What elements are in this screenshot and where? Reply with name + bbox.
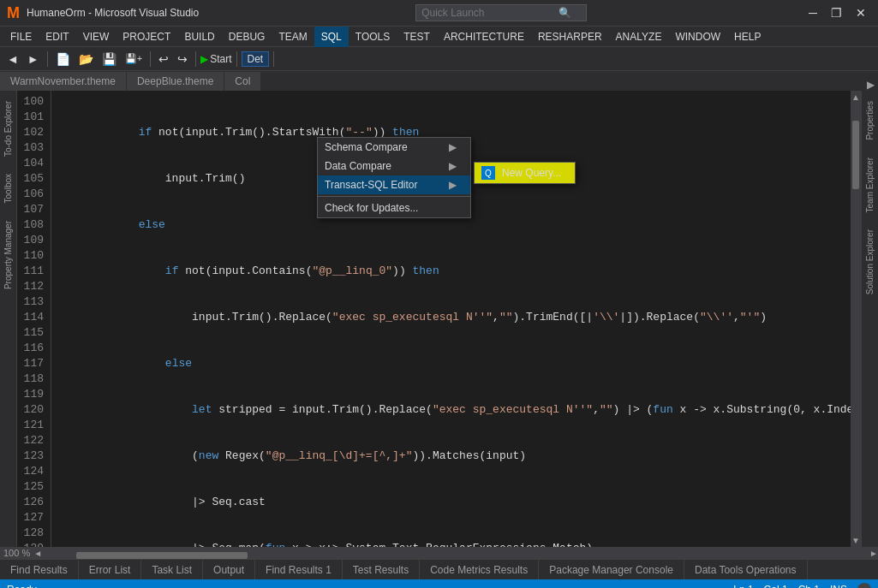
menu-item-analyze[interactable]: ANALYZE: [609, 27, 669, 47]
menu-item-view[interactable]: VIEW: [76, 27, 116, 47]
status-bar: Ready Ln 1 Col 1 Ch 1 INS: [0, 579, 878, 588]
title-bar: M HumaneOrm - Microsoft Visual Studio 🔍 …: [0, 0, 878, 26]
bottom-tab-test-results[interactable]: Test Results: [343, 560, 420, 580]
debug-button[interactable]: Det: [242, 51, 270, 67]
save-all-button[interactable]: 💾+: [122, 49, 146, 69]
menu-item-test[interactable]: TEST: [397, 27, 437, 47]
menu-item-team[interactable]: TEAM: [272, 27, 314, 47]
menu-item-architecture[interactable]: ARCHITECTURE: [437, 27, 531, 47]
transact-sql-arrow: ▶: [449, 179, 457, 191]
bottom-tab-find-results[interactable]: Find Results: [0, 560, 79, 580]
scroll-up-arrow[interactable]: ▲: [850, 91, 862, 104]
tab-col[interactable]: Col: [224, 72, 261, 91]
scroll-down-arrow[interactable]: ▼: [850, 534, 862, 547]
menu-item-help[interactable]: HELP: [727, 27, 768, 47]
forward-button[interactable]: ►: [24, 49, 43, 69]
h-scrollbar-row: 100 % ◄ ►: [0, 547, 878, 559]
new-query-item[interactable]: Q New Query...: [475, 163, 575, 183]
sidebar-tab-properties[interactable]: Properties: [863, 94, 876, 147]
tab-deepblue[interactable]: DeepBlue.theme: [127, 72, 224, 91]
vertical-scrollbar[interactable]: ▲ ▼: [851, 91, 861, 547]
bottom-tab-output[interactable]: Output: [203, 560, 255, 580]
menu-item-window[interactable]: WINDOW: [668, 27, 727, 47]
close-button[interactable]: ✕: [851, 6, 871, 20]
tab-bar: WarmNovember.theme DeepBlue.theme Col ▶: [0, 70, 878, 91]
status-ch: Ch 1: [798, 584, 820, 588]
sql-dropdown-menu: Schema Compare ▶ Data Compare ▶ Transact…: [317, 137, 471, 218]
transact-sql-label: Transact-SQL Editor: [325, 179, 417, 191]
transact-sql-submenu: Q New Query...: [474, 162, 576, 184]
window-controls: ─ ❐ ✕: [803, 6, 871, 20]
main-layout: To-do Explorer Toolbox Property Manager …: [0, 91, 878, 547]
quick-launch-input[interactable]: [421, 7, 558, 19]
menu-item-build[interactable]: BUILD: [177, 27, 221, 47]
bottom-tabs: Find Results Error List Task List Output…: [0, 559, 878, 579]
sidebar-tab-toolbox[interactable]: Toolbox: [2, 167, 15, 210]
title-bar-left: M HumaneOrm - Microsoft Visual Studio: [7, 4, 199, 22]
tab-warmnovember[interactable]: WarmNovember.theme: [0, 72, 127, 91]
right-sidebar: Properties Team Explorer Solution Explor…: [861, 91, 878, 547]
tab-scroll-right[interactable]: ▶: [863, 79, 878, 91]
status-ready: Ready: [7, 584, 37, 588]
bottom-tab-task-list[interactable]: Task List: [141, 560, 203, 580]
new-file-button[interactable]: 📄: [52, 49, 74, 69]
bottom-tab-data-tools[interactable]: Data Tools Operations: [684, 560, 808, 580]
status-indicator: [857, 583, 871, 588]
status-ins: INS: [830, 584, 847, 588]
line-numbers: 100101102103104 105106107108109 11011111…: [17, 91, 51, 547]
status-line: Ln 1: [733, 584, 753, 588]
undo-button[interactable]: ↩: [155, 49, 172, 69]
open-button[interactable]: 📂: [75, 49, 97, 69]
toolbar-separator-3: [195, 51, 196, 67]
scroll-thumb[interactable]: [852, 121, 859, 189]
data-compare-arrow: ▶: [449, 160, 457, 172]
app-title: HumaneOrm - Microsoft Visual Studio: [27, 7, 199, 19]
menu-item-edit[interactable]: EDIT: [39, 27, 75, 47]
toolbar-separator-5: [273, 51, 274, 67]
status-col: Col 1: [764, 584, 788, 588]
zoom-label: 100 %: [0, 548, 33, 558]
bottom-tab-package-manager[interactable]: Package Manager Console: [539, 560, 684, 580]
schema-compare-item[interactable]: Schema Compare ▶: [318, 138, 470, 157]
sidebar-tab-todo-explorer[interactable]: To-do Explorer: [2, 94, 15, 163]
zoom-slider[interactable]: ◄: [33, 549, 42, 558]
toolbar-separator-4: [236, 51, 237, 67]
schema-compare-arrow: ▶: [449, 141, 457, 153]
search-icon: 🔍: [558, 7, 571, 19]
data-compare-label: Data Compare: [325, 160, 391, 172]
redo-button[interactable]: ↪: [174, 49, 191, 69]
bottom-tab-find-results-1[interactable]: Find Results 1: [255, 560, 343, 580]
new-query-icon: Q: [481, 166, 495, 180]
save-button[interactable]: 💾: [99, 49, 120, 69]
data-compare-item[interactable]: Data Compare ▶: [318, 157, 470, 175]
menu-item-project[interactable]: PROJECT: [116, 27, 177, 47]
check-updates-label: Check for Updates...: [325, 202, 418, 214]
sidebar-tab-solution-explorer[interactable]: Solution Explorer: [863, 223, 876, 301]
bottom-tab-code-metrics[interactable]: Code Metrics Results: [420, 560, 539, 580]
quick-launch-container: 🔍: [415, 4, 587, 21]
run-button[interactable]: ▶ Start: [200, 53, 231, 65]
h-scrollbar[interactable]: [42, 549, 869, 556]
left-sidebar: To-do Explorer Toolbox Property Manager: [0, 91, 17, 547]
menu-item-debug[interactable]: DEBUG: [222, 27, 272, 47]
bottom-tab-error-list[interactable]: Error List: [79, 560, 142, 580]
restore-button[interactable]: ❐: [826, 6, 847, 20]
minimize-button[interactable]: ─: [803, 6, 822, 20]
transact-sql-editor-item[interactable]: Transact-SQL Editor ▶: [318, 175, 470, 194]
back-button[interactable]: ◄: [3, 49, 22, 69]
sql-menu-separator: [318, 196, 470, 197]
menu-item-tools[interactable]: TOOLS: [349, 27, 397, 47]
menu-item-file[interactable]: FILE: [3, 27, 39, 47]
toolbar-separator-1: [47, 51, 48, 67]
menu-item-resharper[interactable]: RESHARPER: [531, 27, 609, 47]
sidebar-tab-team-explorer[interactable]: Team Explorer: [863, 151, 876, 219]
schema-compare-label: Schema Compare: [325, 141, 408, 153]
h-scroll-thumb[interactable]: [76, 552, 248, 559]
check-updates-item[interactable]: Check for Updates...: [318, 199, 470, 217]
toolbar: ◄ ► 📄 📂 💾 💾+ ↩ ↪ ▶ Start Det: [0, 46, 878, 70]
app-logo: M: [7, 4, 20, 22]
menu-item-sql[interactable]: SQL: [314, 27, 349, 47]
toolbar-separator-2: [150, 51, 151, 67]
sidebar-tab-property-manager[interactable]: Property Manager: [2, 214, 15, 296]
h-scroll-right[interactable]: ►: [869, 549, 878, 558]
